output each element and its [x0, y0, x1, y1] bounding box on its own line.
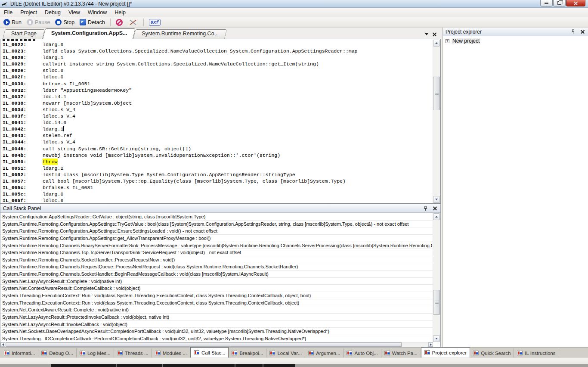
- code-line[interactable]: IL_002e:stloc.0: [3, 67, 433, 74]
- code-line[interactable]: IL_0050:throw: [3, 159, 433, 165]
- panel-tab[interactable]: Argumen...: [305, 348, 344, 358]
- scroll-down-button[interactable]: [433, 335, 440, 342]
- document-tab[interactable]: Start Page: [3, 29, 43, 39]
- menu-item[interactable]: Window: [84, 8, 111, 17]
- panel-tab[interactable]: Project explorer: [421, 347, 470, 358]
- il-offset: IL_005e:: [3, 191, 43, 197]
- run-button[interactable]: Run: [1, 18, 24, 26]
- tree-expander-icon[interactable]: +: [446, 39, 449, 43]
- scroll-down-button[interactable]: [433, 196, 440, 203]
- callstack-frame[interactable]: System.Net.ContextAwareResult::Complete …: [0, 306, 433, 314]
- close-document-button[interactable]: [433, 32, 436, 36]
- scrollbar-thumb[interactable]: [6, 342, 402, 347]
- panel-tab[interactable]: Local Var...: [266, 348, 305, 358]
- panel-tab[interactable]: Breakpoi...: [229, 348, 266, 358]
- callstack-frame[interactable]: System.Runtime.Remoting.Configuration.Ap…: [0, 221, 433, 228]
- callstack-frame[interactable]: System.Net.Sockets.BaseOverlappedAsyncRe…: [0, 328, 433, 335]
- code-line[interactable]: IL_0037:ldc.i4.1: [3, 93, 433, 100]
- code-line[interactable]: IL_0038:newarr [mscorlib]System.Object: [3, 100, 433, 106]
- code-line[interactable]: IL_0042:ldarg.1: [3, 126, 433, 132]
- code-vertical-scrollbar[interactable]: [433, 40, 440, 203]
- scrollbar-thumb[interactable]: [433, 290, 440, 315]
- stop-button[interactable]: Stop: [53, 18, 77, 26]
- clear-breakpoints-button[interactable]: [125, 18, 141, 27]
- close-panel-button[interactable]: [433, 206, 437, 210]
- tab-list-dropdown-button[interactable]: [425, 33, 428, 35]
- code-line[interactable]: IL_004b:newobj instance void [mscorlib]S…: [3, 152, 433, 159]
- panel-tab[interactable]: Informati...: [1, 348, 38, 358]
- scroll-right-button[interactable]: [428, 342, 433, 347]
- code-line[interactable]: IL_003f:ldloc.s V_4: [3, 113, 433, 119]
- code-line[interactable]: IL_0052:ldsfld class [mscorlib]System.Ty…: [3, 171, 433, 178]
- panel-tab[interactable]: Auto Obj...: [344, 348, 381, 358]
- panel-tab[interactable]: Quick Search: [470, 348, 514, 358]
- panel-tab[interactable]: Threads ...: [114, 348, 152, 358]
- pin-icon[interactable]: [571, 29, 576, 34]
- document-tab[interactable]: System.Runtime.Remoting.Co...: [133, 29, 225, 39]
- callstack-frame[interactable]: System.Net.LazyAsyncResult::Complete : v…: [0, 278, 433, 285]
- menu-item[interactable]: Debug: [41, 8, 65, 17]
- il-code-editor[interactable]: IL_0022:ldarg.0 IL_0023:ldfld class Syst…: [0, 39, 441, 204]
- menu-item[interactable]: File: [0, 8, 16, 17]
- panel-tab[interactable]: Debug O...: [38, 348, 77, 358]
- panel-tab[interactable]: Call Stac...: [190, 347, 229, 358]
- close-panel-button[interactable]: [581, 30, 585, 34]
- close-button[interactable]: [566, 0, 585, 6]
- panel-tab[interactable]: Modules ...: [152, 348, 190, 358]
- callstack-frame[interactable]: System.Net.ContextAwareResult::CompleteC…: [0, 285, 433, 292]
- callstack-frame[interactable]: System.Runtime.Remoting.Channels.Request…: [0, 263, 433, 271]
- scroll-up-button[interactable]: [433, 213, 440, 220]
- pause-button[interactable]: Pause: [24, 18, 53, 26]
- disable-breakpoints-button[interactable]: [113, 18, 125, 27]
- panel-tab[interactable]: Watch Pa...: [381, 348, 421, 358]
- document-tab[interactable]: System.Configuration.AppS...: [43, 28, 133, 39]
- scroll-up-button[interactable]: [433, 40, 440, 47]
- callstack-frame[interactable]: System.Runtime.Remoting.Channels.SocketH…: [0, 271, 433, 278]
- restore-button[interactable]: [553, 0, 566, 6]
- callstack-frame[interactable]: System.Threading.ExecutionContext::Run :…: [0, 299, 433, 307]
- callstack-frame[interactable]: System.Threading._IOCompletionCallback::…: [0, 335, 433, 342]
- pin-icon[interactable]: [423, 206, 428, 211]
- menu-item[interactable]: View: [65, 8, 84, 17]
- tree-item-label: New project: [452, 38, 480, 44]
- callstack-frame[interactable]: System.Runtime.Remoting.Channels.Tcp.Tcp…: [0, 249, 433, 256]
- callstack-frame[interactable]: System.Net.LazyAsyncResult::ProtectedInv…: [0, 314, 433, 321]
- callstack-frame[interactable]: System.Threading.ExecutionContext::Run :…: [0, 292, 433, 299]
- hex-view-button[interactable]: 0xf: [146, 18, 163, 27]
- menu-item[interactable]: Help: [111, 8, 130, 17]
- pause-label: Pause: [35, 19, 50, 25]
- code-line[interactable]: IL_005c:brfalse.s IL_0081: [3, 184, 433, 191]
- callstack-frame[interactable]: System.Runtime.Remoting.Channels.BinaryS…: [0, 242, 433, 249]
- minimize-button[interactable]: [540, 0, 553, 6]
- code-line[interactable]: IL_003d:stloc.s V_4: [3, 106, 433, 113]
- code-line[interactable]: IL_0028:ldarg.1: [3, 54, 433, 61]
- code-line[interactable]: IL_0057:call bool [mscorlib]System.Type:…: [3, 178, 433, 184]
- code-line[interactable]: IL_0051:ldarg.2: [3, 165, 433, 171]
- callstack-frame[interactable]: System.Runtime.Remoting.Configuration.Ap…: [0, 235, 433, 242]
- code-line[interactable]: IL_002f:ldloc.0: [3, 74, 433, 80]
- callstack-frame[interactable]: System.Net.LazyAsyncResult::InvokeCallba…: [0, 321, 433, 328]
- code-line[interactable]: IL_0032:ldstr "AppSettingsReaderNoKey": [3, 87, 433, 93]
- callstack-vertical-scrollbar[interactable]: [433, 213, 440, 342]
- menu-item[interactable]: Project: [16, 8, 41, 17]
- scrollbar-thumb[interactable]: [433, 77, 440, 110]
- code-line[interactable]: IL_0030:brtrue.s IL_0051: [3, 81, 433, 87]
- code-line[interactable]: IL_0043:stelem.ref: [3, 132, 433, 139]
- code-line[interactable]: IL_0046:call string System.SR::GetString…: [3, 146, 433, 152]
- code-line[interactable]: IL_005f:ldloc.0: [3, 197, 433, 204]
- code-line[interactable]: IL_0023:ldfld class System.Collections.S…: [3, 48, 433, 54]
- callstack-frame[interactable]: System.Configuration.AppSettingsReader::…: [0, 213, 433, 221]
- panel-tab[interactable]: Log Mes...: [77, 348, 114, 358]
- detach-button[interactable]: Detach: [77, 18, 108, 26]
- code-line[interactable]: IL_0041:ldc.i4.0: [3, 119, 433, 126]
- tree-item-new-project[interactable]: + New project: [445, 37, 586, 44]
- callstack-frame[interactable]: System.Runtime.Remoting.Configuration.Ap…: [0, 227, 433, 235]
- code-line[interactable]: IL_0022:ldarg.0: [3, 41, 433, 48]
- code-line[interactable]: IL_005e:ldarg.0: [3, 191, 433, 197]
- panel-tab[interactable]: IL Instructions: [514, 348, 559, 358]
- code-line[interactable]: IL_0044:ldloc.s V_4: [3, 139, 433, 145]
- scroll-left-button[interactable]: [0, 342, 5, 347]
- callstack-horizontal-scrollbar[interactable]: [0, 342, 433, 347]
- callstack-frame[interactable]: System.Runtime.Remoting.Channels.SocketH…: [0, 256, 433, 264]
- code-line[interactable]: IL_0029:callvirt instance string System.…: [3, 61, 433, 67]
